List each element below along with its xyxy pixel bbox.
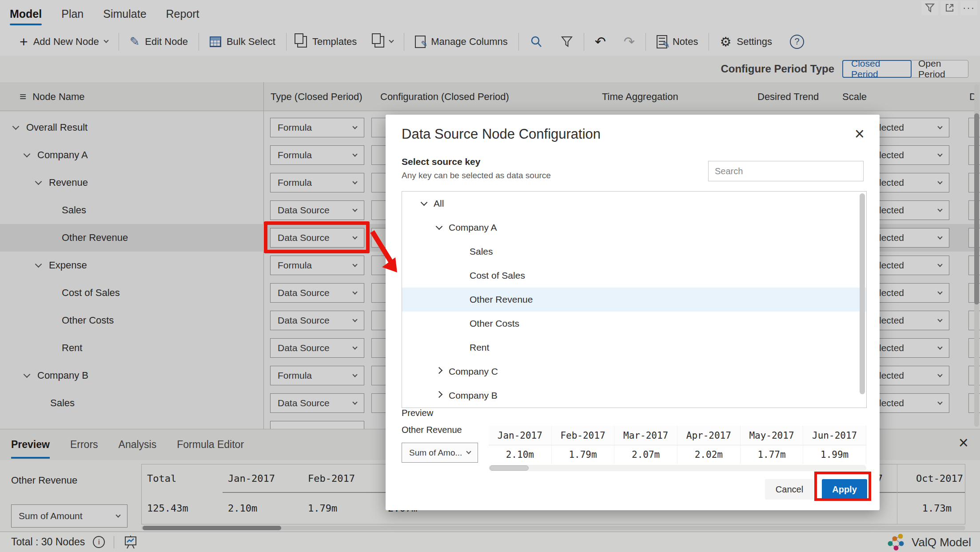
tree-item-all[interactable]: All	[402, 192, 866, 216]
chevron-down-icon	[24, 371, 31, 378]
toolbar-separator	[286, 33, 287, 51]
scrollbar-thumb[interactable]	[974, 113, 979, 304]
horizontal-scrollbar[interactable]	[141, 526, 965, 530]
notes-button[interactable]: Notes	[648, 28, 707, 56]
close-icon[interactable]: ×	[959, 434, 968, 451]
tree-item-company-c[interactable]: Company C	[402, 360, 866, 384]
node-sales-a[interactable]: Sales	[0, 196, 263, 224]
tree-item-company-a[interactable]: Company A	[402, 216, 866, 240]
expand-icon[interactable]	[941, 1, 958, 15]
type-dropdown[interactable]: Formula	[270, 366, 364, 385]
node-other-revenue[interactable]: Other Revenue	[0, 224, 263, 252]
node-company-b[interactable]: Company B	[0, 362, 263, 389]
closed-period-button[interactable]: Closed Period	[842, 60, 912, 78]
info-icon[interactable]: i	[93, 536, 105, 548]
column-header-type[interactable]: Type (Closed Period)	[271, 82, 363, 111]
filter-button[interactable]	[552, 28, 582, 56]
manage-columns-button[interactable]: Manage Columns	[406, 28, 516, 56]
add-new-node-button[interactable]: + Add New Node	[11, 28, 117, 56]
tree-item-sales[interactable]: Sales	[402, 240, 866, 264]
menu-simulate[interactable]: Simulate	[103, 0, 146, 28]
type-dropdown-annotated[interactable]: Data Source	[270, 228, 364, 248]
node-revenue[interactable]: Revenue	[0, 169, 263, 196]
chevron-down-icon	[937, 234, 942, 239]
node-actions-dropdown[interactable]	[366, 28, 402, 56]
menu-report[interactable]: Report	[166, 0, 199, 28]
menubar: Model Plan Simulate Report ···	[0, 0, 980, 28]
tree-item-other-revenue-selected[interactable]: Other Revenue	[402, 288, 866, 312]
column-header-node-name[interactable]: ≡ Node Name	[20, 82, 85, 111]
tree-item-rent[interactable]: Rent	[402, 336, 866, 360]
type-dropdown[interactable]: Formula	[270, 173, 364, 192]
type-dropdown[interactable]: Formula	[270, 145, 364, 165]
menu-model[interactable]: Model	[10, 0, 42, 28]
node-company-a[interactable]: Company A	[0, 141, 263, 169]
column-header-configuration[interactable]: Configuration (Closed Period)	[380, 82, 509, 111]
scrollbar-thumb[interactable]	[490, 465, 529, 471]
preview-scrollbar[interactable]	[489, 465, 866, 471]
val-may: 1.77m	[741, 445, 804, 464]
node-overall-result[interactable]: Overall Result	[0, 114, 263, 141]
tab-preview[interactable]: Preview	[11, 429, 50, 460]
tree-item-cost-of-sales[interactable]: Cost of Sales	[402, 264, 866, 288]
search-button[interactable]	[521, 28, 552, 56]
node-expense[interactable]: Expense	[0, 252, 263, 279]
chevron-down-icon	[352, 234, 357, 239]
column-header-desired-trend[interactable]: Desired Trend	[757, 82, 819, 111]
chevron-down-icon	[937, 207, 942, 212]
toolbar-separator	[584, 33, 584, 51]
node-rent[interactable]: Rent	[0, 334, 263, 362]
search-input[interactable]	[708, 161, 864, 181]
templates-button[interactable]: Templates	[288, 28, 366, 56]
chevron-down-icon	[352, 207, 357, 212]
toolbar: + Add New Node ✎ Edit Node Bulk Select T…	[0, 28, 980, 56]
node-other-costs[interactable]: Other Costs	[0, 307, 263, 334]
col-jan: Jan-2017	[223, 464, 303, 492]
scrollbar-thumb[interactable]	[860, 193, 865, 394]
type-dropdown[interactable]: Data Source	[270, 338, 364, 358]
type-dropdown[interactable]: Data Source	[270, 393, 364, 413]
redo-button[interactable]: ↷	[615, 28, 644, 56]
tree-item-other-costs[interactable]: Other Costs	[402, 312, 866, 336]
help-button[interactable]: ?	[781, 28, 813, 56]
aggregation-dropdown[interactable]: Sum of Amount	[11, 504, 127, 528]
chevron-down-icon	[352, 372, 357, 377]
tab-errors[interactable]: Errors	[70, 429, 98, 460]
node-sales-b[interactable]: Sales	[0, 389, 263, 417]
val-jan: 2.10m	[223, 492, 303, 524]
type-dropdown[interactable]: Data Source	[270, 200, 364, 220]
close-icon[interactable]: ×	[855, 125, 864, 142]
aggregation-dropdown[interactable]: Sum of Amo...	[402, 443, 478, 463]
scrollbar-thumb[interactable]	[143, 526, 281, 530]
presentation-chart-icon[interactable]	[123, 535, 138, 550]
search-icon	[530, 35, 543, 48]
type-dropdown[interactable]: Data Source	[270, 283, 364, 303]
apply-button[interactable]: Apply	[822, 479, 867, 500]
bulk-select-button[interactable]: Bulk Select	[201, 28, 284, 56]
tab-formula-editor[interactable]: Formula Editor	[177, 429, 244, 460]
column-header-time-aggregation[interactable]: Time Aggregation	[602, 82, 678, 111]
type-dropdown[interactable]: Formula	[270, 256, 364, 275]
tree-scrollbar[interactable]	[860, 193, 865, 406]
type-dropdown[interactable]: Formula	[270, 118, 364, 137]
tab-analysis[interactable]: Analysis	[119, 429, 157, 460]
val-apr: 2.02m	[677, 445, 741, 464]
node-cost-of-sales[interactable]: Cost of Sales	[0, 279, 263, 307]
settings-button[interactable]: ⚙ Settings	[711, 28, 781, 56]
open-period-button[interactable]: Open Period	[910, 60, 968, 78]
type-dropdown[interactable]: Data Source	[270, 311, 364, 330]
status-bar: Total : 30 Nodes i ValQ Model	[0, 532, 980, 552]
menu-plan[interactable]: Plan	[61, 0, 84, 28]
undo-button[interactable]: ↶	[586, 28, 615, 56]
cancel-button[interactable]: Cancel	[765, 479, 814, 500]
tree-item-company-b[interactable]: Company B	[402, 384, 866, 408]
col-oct: Oct-2017	[897, 464, 965, 492]
more-options-icon[interactable]: ···	[960, 1, 977, 15]
vertical-scrollbar[interactable]	[974, 84, 979, 427]
column-header-scale[interactable]: Scale	[842, 82, 867, 111]
chevron-down-icon	[937, 124, 942, 129]
toolbar-separator	[645, 33, 646, 51]
filter-icon[interactable]	[921, 1, 938, 15]
chevron-down-icon	[352, 152, 357, 156]
edit-node-button[interactable]: ✎ Edit Node	[121, 28, 197, 56]
